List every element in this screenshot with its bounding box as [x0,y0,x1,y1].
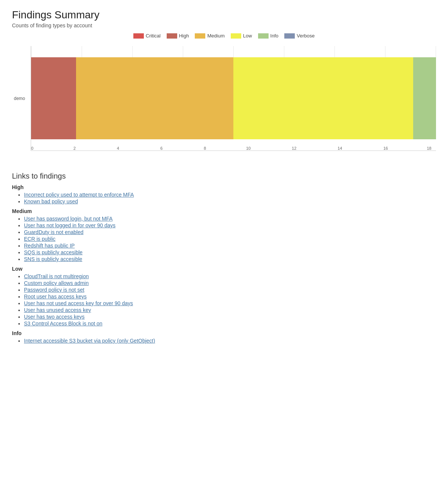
legend-color [258,33,269,39]
legend-label: Verbose [297,33,315,39]
legend-item-critical: Critical [133,33,161,39]
list-item: Root user has access keys [24,294,436,300]
x-tick: 6 [160,146,163,151]
finding-group-title: Low [12,266,436,272]
finding-link[interactable]: Password policy is not set [24,287,84,293]
list-item: User has not used access key for over 90… [24,300,436,306]
legend-item-low: Low [231,33,252,39]
finding-list: CloudTrail is not multiregionCustom poli… [12,273,436,326]
chart-subtitle: Counts of finding types by account [12,22,436,28]
chart-legend: Critical High Medium Low Info Verbose [12,33,436,39]
page-title: Findings Summary [12,9,436,21]
list-item: ECR is public [24,236,436,242]
finding-link[interactable]: CloudTrail is not multiregion [24,273,89,279]
finding-link[interactable]: Root user has access keys [24,294,87,300]
legend-color [133,33,144,39]
list-item: Redshift has public IP [24,243,436,249]
finding-link[interactable]: Internet accessible S3 bucket via policy… [24,338,155,344]
x-tick: 16 [383,146,388,151]
x-tick: 12 [292,146,296,151]
legend-label: Medium [207,33,224,39]
finding-group-high: HighIncorrect policy used to attempt to … [12,184,436,204]
finding-link[interactable]: Redshift has public IP [24,243,75,249]
finding-link[interactable]: User has not logged in for over 90 days [24,222,115,228]
finding-group-title: Info [12,330,436,336]
finding-link[interactable]: S3 Control Access Block is not on [24,321,102,326]
list-item: Known bad policy used [24,198,436,204]
list-item: SNS is publicly accesible [24,256,436,262]
chart-bar [31,57,436,139]
legend-label: Low [243,33,252,39]
links-section: Links to findings HighIncorrect policy u… [12,172,436,344]
finding-link[interactable]: User has password login, but not MFA [24,216,113,222]
finding-link[interactable]: SQS is publicly accesible [24,249,82,255]
x-tick: 4 [117,146,119,151]
finding-group-info: InfoInternet accessible S3 bucket via po… [12,330,436,344]
chart-inner: demo 024681012141618 [31,46,436,151]
bar-segment-info [413,57,436,139]
list-item: Incorrect policy used to attempt to enfo… [24,192,436,198]
legend-color [231,33,241,39]
legend-color [195,33,205,39]
bar-segment-high [31,57,76,139]
chart-y-label: demo [14,96,25,101]
findings-groups: HighIncorrect policy used to attempt to … [12,184,436,344]
list-item: User has unused access key [24,307,436,313]
list-item: CloudTrail is not multiregion [24,273,436,279]
finding-link[interactable]: ECR is public [24,236,55,242]
list-item: SQS is publicly accesible [24,249,436,255]
x-tick: 18 [427,146,431,151]
finding-link[interactable]: GuardDuty is not enabled [24,229,84,235]
finding-link[interactable]: User has not used access key for over 90… [24,300,133,306]
finding-link[interactable]: Incorrect policy used to attempt to enfo… [24,192,134,198]
list-item: Internet accessible S3 bucket via policy… [24,338,436,344]
legend-item-medium: Medium [195,33,224,39]
bar-segment-medium [76,57,234,139]
list-item: GuardDuty is not enabled [24,229,436,235]
finding-list: Internet accessible S3 bucket via policy… [12,338,436,344]
list-item: Custom policy allows admin [24,280,436,286]
finding-group-medium: MediumUser has password login, but not M… [12,208,436,262]
list-item: User has password login, but not MFA [24,216,436,222]
chart-area: demo 024681012141618 [12,42,436,163]
finding-link[interactable]: SNS is publicly accesible [24,256,82,262]
x-tick: 14 [337,146,342,151]
finding-group-title: Medium [12,208,436,214]
legend-label: Info [270,33,279,39]
finding-link[interactable]: Known bad policy used [24,198,78,204]
legend-item-verbose: Verbose [284,33,315,39]
finding-link[interactable]: User has unused access key [24,307,91,313]
legend-item-high: High [167,33,189,39]
finding-list: Incorrect policy used to attempt to enfo… [12,192,436,204]
legend-item-info: Info [258,33,279,39]
list-item: Password policy is not set [24,287,436,293]
legend-color [167,33,177,39]
list-item: User has not logged in for over 90 days [24,222,436,228]
finding-group-title: High [12,184,436,190]
legend-label: High [179,33,189,39]
bar-segment-low [233,57,413,139]
chart-x-axis: 024681012141618 [31,145,436,151]
list-item: S3 Control Access Block is not on [24,321,436,326]
finding-group-low: LowCloudTrail is not multiregionCustom p… [12,266,436,326]
legend-color [284,33,295,39]
finding-list: User has password login, but not MFAUser… [12,216,436,262]
list-item: User has two access keys [24,314,436,320]
x-tick: 10 [246,146,251,151]
legend-label: Critical [146,33,161,39]
finding-link[interactable]: Custom policy allows admin [24,280,89,286]
x-tick: 0 [31,146,33,151]
x-tick: 2 [73,146,76,151]
links-title: Links to findings [12,172,436,180]
finding-link[interactable]: User has two access keys [24,314,85,320]
x-tick: 8 [204,146,206,151]
